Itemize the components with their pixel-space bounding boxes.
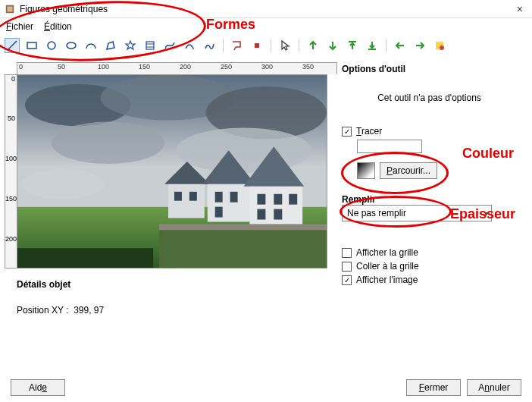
path-tool-icon[interactable]: [202, 38, 217, 53]
svg-rect-25: [168, 184, 205, 218]
svg-rect-38: [257, 209, 265, 220]
svg-rect-40: [159, 224, 327, 230]
svg-rect-32: [215, 207, 223, 218]
horizontal-ruler: 0 50 100 150 200 250 300 350: [17, 62, 337, 74]
ellipse-tool-icon[interactable]: [64, 38, 79, 53]
fill-select-value: Ne pas remplir: [347, 208, 406, 218]
curve-tool-icon[interactable]: [182, 38, 197, 53]
options-title: Options d'outil: [342, 64, 517, 74]
svg-rect-27: [189, 192, 197, 201]
fill-select[interactable]: Ne pas remplir ▾: [342, 205, 492, 221]
svg-rect-37: [289, 194, 297, 205]
spiral-tool-icon[interactable]: [142, 38, 158, 53]
no-options-message: Cet outil n'a pas d'options: [342, 93, 517, 103]
arrow-up-icon[interactable]: [305, 38, 321, 53]
tool-options-panel: Options d'outil Cet outil n'a pas d'opti…: [337, 58, 532, 335]
menu-file[interactable]: Fichier: [6, 21, 33, 32]
close-button-bottom[interactable]: Fermer: [406, 379, 461, 396]
star-tool-icon[interactable]: [123, 38, 138, 53]
main-area: 0 50 100 150 200 250 300 350 0 50 100 15…: [0, 58, 532, 335]
svg-rect-30: [215, 192, 223, 203]
move-tool-icon[interactable]: [230, 38, 245, 53]
titlebar: Figures géométriques ×: [0, 0, 532, 18]
menu-edit[interactable]: Édition: [44, 21, 72, 32]
vertical-ruler: 0 50 100 150 200: [5, 74, 17, 269]
separator: [299, 39, 299, 52]
polygon-tool-icon[interactable]: [103, 38, 118, 53]
preferences-icon[interactable]: [432, 38, 447, 53]
svg-point-20: [176, 127, 311, 173]
canvas-area: 0 50 100 150 200 250 300 350 0 50 100 15…: [0, 58, 337, 335]
svg-rect-36: [274, 194, 282, 205]
svg-point-21: [21, 169, 104, 199]
svg-point-5: [67, 42, 76, 49]
dialog-buttons: Aide Fermer Annuler: [0, 379, 532, 396]
svg-rect-10: [255, 43, 259, 48]
toolbar: [0, 35, 532, 58]
svg-point-9: [192, 48, 195, 50]
close-button[interactable]: ×: [512, 2, 527, 17]
window-title: Figures géométriques: [20, 4, 512, 14]
chevron-down-icon: ▾: [484, 209, 488, 218]
svg-rect-31: [230, 192, 238, 203]
cursor-tool-icon[interactable]: [277, 38, 293, 53]
svg-rect-26: [174, 192, 182, 201]
arrow-right-icon[interactable]: [412, 38, 427, 53]
position-readout: Position XY : 399, 97: [17, 305, 328, 316]
help-button[interactable]: Aide: [11, 379, 65, 396]
svg-rect-29: [208, 184, 253, 222]
svg-rect-6: [146, 42, 154, 49]
svg-rect-34: [249, 187, 302, 226]
svg-rect-39: [274, 209, 282, 220]
svg-point-14: [440, 46, 444, 50]
arrow-top-icon[interactable]: [345, 38, 360, 53]
remplir-label: Remplir: [342, 194, 517, 205]
svg-rect-23: [17, 248, 153, 268]
cancel-button[interactable]: Annuler: [467, 379, 521, 396]
canvas-image[interactable]: [17, 74, 327, 269]
menubar: Fichier Édition: [0, 18, 532, 35]
circle-tool-icon[interactable]: [44, 38, 59, 53]
pattern-swatch[interactable]: [357, 162, 375, 179]
show-grid-checkbox[interactable]: Afficher la grille: [342, 247, 517, 258]
svg-rect-3: [27, 42, 36, 49]
point-tool-icon[interactable]: [249, 38, 264, 53]
rectangle-tool-icon[interactable]: [24, 38, 39, 53]
separator: [271, 39, 271, 52]
arrow-left-icon[interactable]: [393, 38, 408, 53]
svg-line-2: [8, 41, 17, 50]
svg-rect-35: [257, 194, 265, 205]
svg-point-19: [52, 122, 164, 165]
arrow-bottom-icon[interactable]: [365, 38, 380, 53]
app-icon: [5, 4, 15, 14]
show-image-checkbox[interactable]: ✓ Afficher l'image: [342, 275, 517, 285]
stroke-color-box[interactable]: [357, 140, 422, 153]
arrow-down-icon[interactable]: [325, 38, 340, 53]
object-details: Détails objet Position XY : 399, 97: [5, 269, 337, 316]
arc-tool-icon[interactable]: [83, 38, 99, 53]
svg-rect-1: [8, 6, 13, 11]
separator: [386, 39, 386, 52]
details-title: Détails objet: [17, 279, 328, 290]
snap-grid-checkbox[interactable]: Coller à la grille: [342, 261, 517, 272]
svg-rect-41: [159, 230, 327, 268]
tracer-checkbox[interactable]: ✓ Tracer: [342, 126, 517, 137]
bezier-tool-icon[interactable]: [162, 38, 177, 53]
separator: [223, 39, 224, 52]
browse-button[interactable]: Parcourir...: [380, 162, 437, 179]
svg-point-4: [48, 42, 55, 49]
line-tool-icon[interactable]: [5, 38, 20, 53]
